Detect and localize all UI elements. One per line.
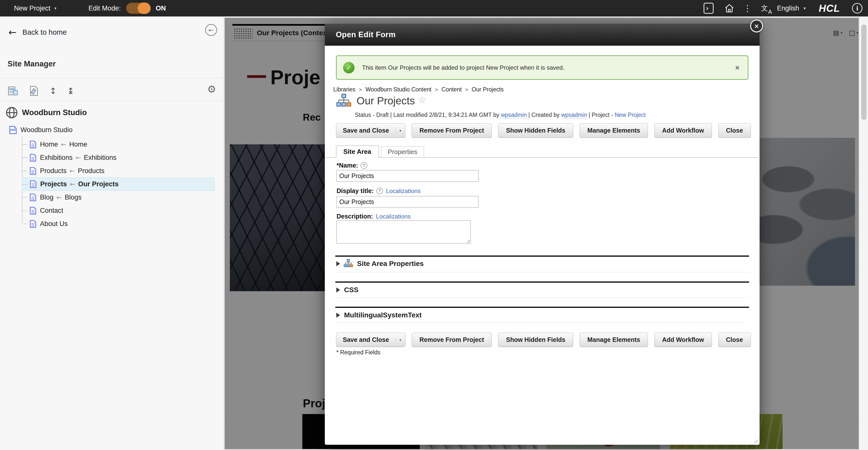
- save-and-close-label: Save and Close: [336, 127, 396, 134]
- breadcrumb-separator: >: [359, 87, 362, 93]
- display-title-localizations-link[interactable]: Localizations: [386, 188, 421, 195]
- page-scrollbar[interactable]: [859, 17, 868, 450]
- tree-item-exhibitions[interactable]: Exhibitions ← Exhibitions: [22, 151, 214, 164]
- display-title-label: Display title:: [337, 187, 374, 195]
- edit-mode-toggle[interactable]: [126, 3, 150, 14]
- edit-content-icon[interactable]: [29, 86, 39, 96]
- alert-dismiss-icon[interactable]: ×: [735, 64, 740, 71]
- sidebar-title: Site Manager: [7, 59, 56, 68]
- expand-all-icon[interactable]: ↕: [50, 86, 57, 96]
- dialog-resize-grip[interactable]: [753, 438, 758, 443]
- site-area-icon: [344, 259, 353, 269]
- tree-item-contact[interactable]: Contact: [22, 204, 214, 217]
- manage-elements-button[interactable]: Manage Elements: [580, 333, 648, 347]
- section-multilingual-system-text[interactable]: MultilingualSystemText: [335, 309, 749, 321]
- name-label: *Name:: [337, 162, 358, 169]
- modified-by-link[interactable]: wpsadmin: [501, 111, 527, 118]
- save-options-chevron-icon[interactable]: ▾: [396, 338, 405, 342]
- show-hidden-fields-button[interactable]: Show Hidden Fields: [498, 123, 573, 138]
- section-label: MultilingualSystemText: [344, 311, 422, 319]
- scrollbar-thumb[interactable]: [861, 25, 867, 120]
- tab-site-area[interactable]: Site Area: [336, 146, 378, 158]
- close-button[interactable]: Close: [718, 123, 751, 138]
- display-title-input[interactable]: [337, 196, 478, 208]
- save-and-close-label: Save and Close: [336, 336, 396, 343]
- name-input[interactable]: [337, 170, 478, 182]
- tree-item-blog[interactable]: Blog ← Blogs: [22, 191, 214, 204]
- mapping-arrow-icon: ←: [57, 194, 62, 201]
- remove-from-project-button[interactable]: Remove From Project: [412, 333, 492, 347]
- tree-item-about-us[interactable]: About Us: [22, 217, 214, 230]
- remove-from-project-button[interactable]: Remove From Project: [412, 123, 492, 138]
- breadcrumb-separator: >: [435, 87, 438, 93]
- breadcrumb-library[interactable]: Woodburn Studio Content: [365, 86, 431, 93]
- toggle-knob: [138, 2, 151, 14]
- description-localizations-link[interactable]: Localizations: [376, 213, 411, 220]
- collapse-panel-icon[interactable]: ←: [205, 24, 217, 36]
- hcl-logo: HCL: [819, 3, 840, 14]
- chevron-down-icon: ▾: [55, 6, 57, 11]
- mapping-arrow-icon: ←: [70, 167, 75, 174]
- tree-item-label: Exhibitions: [40, 154, 73, 162]
- tree-root-item[interactable]: Woodburn Studio: [9, 125, 72, 134]
- dialog-header[interactable]: Open Edit Form: [325, 24, 760, 46]
- section-css[interactable]: CSS: [335, 284, 749, 296]
- manage-elements-button[interactable]: Manage Elements: [580, 123, 648, 138]
- gear-icon[interactable]: ⚙: [207, 84, 216, 95]
- project-selector[interactable]: New Project ▾: [14, 4, 57, 12]
- tree-item-label: Projects: [40, 180, 67, 188]
- action-toolbar-bottom: Save and Close ▾ Remove From Project Sho…: [336, 333, 751, 347]
- created-by-link[interactable]: wpsadmin: [561, 111, 587, 118]
- section-divider: [335, 255, 749, 257]
- language-chevron-icon[interactable]: ▾: [804, 6, 806, 11]
- more-options-icon[interactable]: ⋮: [745, 3, 750, 13]
- tree-item-home[interactable]: Home ← Home: [22, 138, 214, 151]
- close-button[interactable]: Close: [718, 333, 751, 347]
- save-options-chevron-icon[interactable]: ▾: [396, 129, 405, 133]
- section-site-area-properties[interactable]: Site Area Properties: [335, 257, 749, 270]
- home-icon[interactable]: [724, 3, 735, 13]
- new-site-area-icon[interactable]: [7, 86, 19, 96]
- tree-item-products[interactable]: Products ← Products: [22, 164, 214, 178]
- show-hidden-fields-button[interactable]: Show Hidden Fields: [498, 333, 573, 347]
- display-title-help-icon[interactable]: ?: [376, 188, 383, 194]
- description-textarea[interactable]: [337, 221, 471, 244]
- edit-mode-label: Edit Mode:: [88, 4, 121, 12]
- action-toolbar-top: Save and Close ▾ Remove From Project Sho…: [336, 123, 751, 138]
- tree-item-mapped: Products: [78, 167, 105, 175]
- language-selector[interactable]: English: [777, 4, 799, 12]
- success-alert: ✓ This item Our Projects will be added t…: [336, 56, 748, 80]
- breadcrumb-separator: >: [465, 87, 468, 93]
- tree-item-projects-selected[interactable]: Projects ← Our Projects: [22, 178, 214, 191]
- site-tree: Home ← Home Exhibitions ← Exhibitions Pr…: [22, 138, 214, 230]
- tree-item-mapped: Our Projects: [78, 180, 119, 188]
- site-name: Woodburn Studio: [22, 108, 87, 117]
- save-and-close-button[interactable]: Save and Close ▾: [336, 333, 405, 347]
- divider: [335, 297, 749, 297]
- back-to-home-link[interactable]: ← Back to home: [8, 28, 67, 37]
- info-icon[interactable]: i: [852, 3, 863, 13]
- add-workflow-button[interactable]: Add Workflow: [654, 123, 712, 138]
- top-bar: New Project ▾ Edit Mode: ON › ⋮ 文 A Engl…: [0, 0, 868, 17]
- expand-triangle-icon: [336, 313, 340, 318]
- open-edit-form-dialog: Open Edit Form × ✓ This item Our Project…: [325, 24, 760, 445]
- name-help-icon[interactable]: ?: [361, 162, 367, 169]
- save-and-close-button[interactable]: Save and Close ▾: [336, 123, 405, 138]
- page-icon: [30, 180, 37, 188]
- project-link[interactable]: New Project: [615, 111, 646, 118]
- success-alert-text: This item Our Projects will be added to …: [362, 64, 564, 71]
- add-workflow-button[interactable]: Add Workflow: [654, 333, 712, 347]
- applications-panel-icon[interactable]: ›: [704, 3, 714, 14]
- collapse-all-icon[interactable]: ↨: [67, 86, 74, 96]
- tree-item-label: Products: [40, 167, 67, 175]
- tab-properties[interactable]: Properties: [381, 146, 424, 157]
- section-label: CSS: [344, 286, 359, 294]
- language-icon[interactable]: 文 A: [761, 3, 768, 13]
- breadcrumb-content[interactable]: Content: [441, 86, 462, 93]
- favorite-star-icon[interactable]: ☆: [418, 93, 426, 107]
- page-icon: [29, 220, 36, 228]
- site-area-icon: [336, 93, 351, 109]
- breadcrumb: Libraries > Woodburn Studio Content > Co…: [333, 86, 504, 93]
- breadcrumb-libraries[interactable]: Libraries: [333, 86, 355, 93]
- dialog-close-icon[interactable]: ×: [750, 20, 763, 32]
